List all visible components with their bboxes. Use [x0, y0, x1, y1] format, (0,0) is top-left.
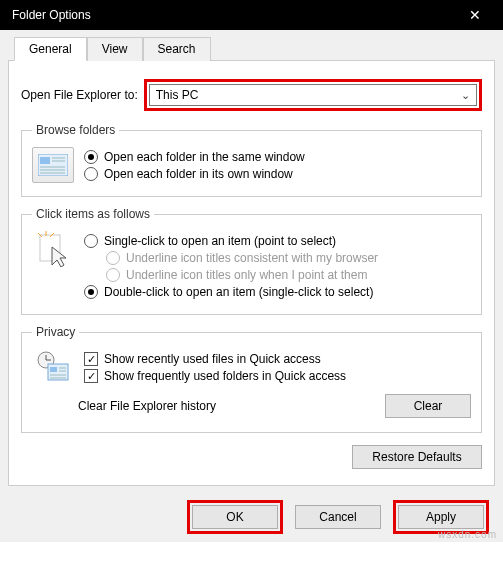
- client-area: General View Search Open File Explorer t…: [0, 30, 503, 494]
- radio-icon: [106, 268, 120, 282]
- open-explorer-label: Open File Explorer to:: [21, 88, 138, 102]
- radio-underline-browser-label: Underline icon titles consistent with my…: [126, 251, 378, 265]
- folder-window-icon: [32, 147, 74, 183]
- titlebar: Folder Options ✕: [0, 0, 503, 30]
- svg-rect-16: [50, 367, 57, 372]
- cursor-click-icon: [32, 231, 74, 267]
- tab-search[interactable]: Search: [143, 37, 211, 61]
- tab-general[interactable]: General: [14, 37, 87, 61]
- svg-rect-1: [40, 157, 50, 164]
- radio-icon: [84, 167, 98, 181]
- open-explorer-row: Open File Explorer to: This PC ⌄: [21, 79, 482, 111]
- clear-history-label: Clear File Explorer history: [78, 399, 216, 413]
- radio-same-window-label: Open each folder in the same window: [104, 150, 305, 164]
- radio-underline-browser: Underline icon titles consistent with my…: [106, 251, 471, 265]
- radio-icon: [84, 150, 98, 164]
- radio-single-click-label: Single-click to open an item (point to s…: [104, 234, 336, 248]
- checkbox-freq-folders-label: Show frequently used folders in Quick ac…: [104, 369, 346, 383]
- checkbox-recent-files[interactable]: ✓ Show recently used files in Quick acce…: [84, 352, 471, 366]
- radio-underline-point: Underline icon titles only when I point …: [106, 268, 471, 282]
- checkbox-icon: ✓: [84, 369, 98, 383]
- browse-folders-legend: Browse folders: [32, 123, 119, 137]
- apply-button[interactable]: Apply: [398, 505, 484, 529]
- radio-same-window[interactable]: Open each folder in the same window: [84, 150, 471, 164]
- close-icon[interactable]: ✕: [455, 7, 495, 23]
- window-title: Folder Options: [12, 8, 91, 22]
- highlight-ok: OK: [187, 500, 283, 534]
- highlight-open-explorer: This PC ⌄: [144, 79, 482, 111]
- privacy-icon: [32, 349, 74, 385]
- radio-own-window[interactable]: Open each folder in its own window: [84, 167, 471, 181]
- cancel-button[interactable]: Cancel: [295, 505, 381, 529]
- radio-icon: [84, 285, 98, 299]
- radio-icon: [106, 251, 120, 265]
- tab-view[interactable]: View: [87, 37, 143, 61]
- radio-single-click[interactable]: Single-click to open an item (point to s…: [84, 234, 471, 248]
- chevron-down-icon: ⌄: [461, 89, 470, 102]
- clear-button[interactable]: Clear: [385, 394, 471, 418]
- restore-defaults-button[interactable]: Restore Defaults: [352, 445, 482, 469]
- radio-double-click[interactable]: Double-click to open an item (single-cli…: [84, 285, 471, 299]
- open-explorer-select[interactable]: This PC ⌄: [149, 84, 477, 106]
- click-items-legend: Click items as follows: [32, 207, 154, 221]
- radio-own-window-label: Open each folder in its own window: [104, 167, 293, 181]
- checkbox-icon: ✓: [84, 352, 98, 366]
- browse-folders-group: Browse folders Open each folder in the s…: [21, 123, 482, 197]
- checkbox-freq-folders[interactable]: ✓ Show frequently used folders in Quick …: [84, 369, 471, 383]
- dialog-buttons: OK Cancel Apply: [0, 494, 503, 542]
- ok-button[interactable]: OK: [192, 505, 278, 529]
- radio-double-click-label: Double-click to open an item (single-cli…: [104, 285, 373, 299]
- click-items-group: Click items as follows Single-click to o…: [21, 207, 482, 315]
- radio-icon: [84, 234, 98, 248]
- privacy-legend: Privacy: [32, 325, 79, 339]
- checkbox-recent-files-label: Show recently used files in Quick access: [104, 352, 321, 366]
- tab-page-general: Open File Explorer to: This PC ⌄ Browse …: [8, 60, 495, 486]
- select-value: This PC: [156, 88, 199, 102]
- privacy-group: Privacy ✓ Show recently used files in Qu…: [21, 325, 482, 433]
- watermark: wsxdn.com: [438, 529, 497, 540]
- tabs: General View Search: [8, 30, 495, 60]
- radio-underline-point-label: Underline icon titles only when I point …: [126, 268, 367, 282]
